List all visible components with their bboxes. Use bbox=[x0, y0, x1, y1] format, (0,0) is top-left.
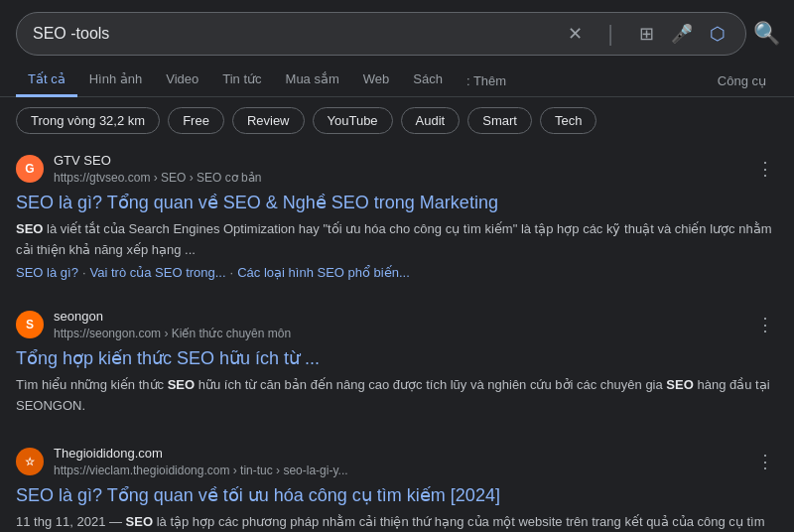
result-snippet: 11 thg 11, 2021 — SEO là tập hợp các phư… bbox=[16, 512, 778, 532]
site-name: Thegioididong.com bbox=[54, 445, 742, 463]
result-item: G GTV SEO https://gtvseo.com › SEO › SEO… bbox=[16, 152, 778, 280]
result-item: ☆ Thegioididong.com https://vieclam.theg… bbox=[16, 445, 778, 532]
search-query-text: SEO -tools bbox=[33, 25, 563, 43]
site-url: https://seongon.com › Kiến thức chuyên m… bbox=[54, 326, 742, 342]
filter-chip-location[interactable]: Trong vòng 32,2 km bbox=[16, 107, 160, 134]
result-header: S seongon https://seongon.com › Kiến thứ… bbox=[16, 308, 778, 342]
link-separator: · bbox=[230, 265, 234, 280]
filter-chip-youtube[interactable]: YouTube bbox=[313, 107, 393, 134]
result-item: S seongon https://seongon.com › Kiến thứ… bbox=[16, 308, 778, 417]
filter-chip-free[interactable]: Free bbox=[168, 107, 224, 134]
result-menu-icon[interactable]: ⋮ bbox=[752, 310, 778, 339]
tab-images[interactable]: Hình ảnh bbox=[77, 64, 155, 97]
result-title[interactable]: SEO là gì? Tổng quan về tối ưu hóa công … bbox=[16, 483, 778, 508]
search-bar[interactable]: SEO -tools ✕ | ⊞ 🎤 ⬡ bbox=[16, 12, 746, 56]
mic-icon[interactable]: 🎤 bbox=[670, 22, 694, 46]
search-bar-container: SEO -tools ✕ | ⊞ 🎤 ⬡ 🔍 bbox=[0, 0, 794, 56]
filter-chip-audit[interactable]: Audit bbox=[401, 107, 461, 134]
site-favicon: S bbox=[16, 311, 44, 338]
result-header: ☆ Thegioididong.com https://vieclam.theg… bbox=[16, 445, 778, 479]
snippet-text: SEO là viết tắt của Search Engines Optim… bbox=[16, 221, 771, 257]
result-sub-link[interactable]: Vai trò của SEO trong... bbox=[90, 265, 226, 280]
site-name: seongon bbox=[54, 308, 742, 326]
search-submit-icon[interactable]: 🔍 bbox=[754, 22, 778, 46]
filter-chips: Trong vòng 32,2 km Free Review YouTube A… bbox=[0, 97, 794, 144]
result-links: SEO là gì? · Vai trò của SEO trong... · … bbox=[16, 265, 778, 280]
filter-chip-review[interactable]: Review bbox=[232, 107, 305, 134]
snippet-text: Tìm hiểu những kiến thức SEO hữu ích từ … bbox=[16, 377, 770, 413]
tab-more-label: : Thêm bbox=[466, 73, 506, 88]
site-favicon: ☆ bbox=[16, 448, 44, 475]
result-menu-icon[interactable]: ⋮ bbox=[752, 154, 778, 184]
tab-more[interactable]: : Thêm bbox=[455, 66, 518, 96]
result-title[interactable]: SEO là gì? Tổng quan về SEO & Nghề SEO t… bbox=[16, 191, 778, 215]
divider: | bbox=[598, 22, 622, 46]
snippet-text: 11 thg 11, 2021 — SEO là tập hợp các phư… bbox=[16, 514, 765, 532]
result-snippet: SEO là viết tắt của Search Engines Optim… bbox=[16, 219, 778, 261]
tab-books[interactable]: Sách bbox=[401, 64, 455, 97]
nav-tabs: Tất cả Hình ảnh Video Tin tức Mua sắm We… bbox=[0, 56, 794, 97]
clear-search-icon[interactable]: ✕ bbox=[563, 22, 587, 46]
site-url: https://gtvseo.com › SEO › SEO cơ bản bbox=[54, 170, 742, 187]
link-separator: · bbox=[82, 265, 86, 280]
tab-shopping[interactable]: Mua sắm bbox=[274, 64, 351, 97]
result-sub-link[interactable]: SEO là gì? bbox=[16, 265, 78, 280]
filter-chip-tech[interactable]: Tech bbox=[540, 107, 596, 134]
tab-web[interactable]: Web bbox=[351, 64, 402, 97]
search-results: G GTV SEO https://gtvseo.com › SEO › SEO… bbox=[0, 144, 794, 532]
tab-all[interactable]: Tất cả bbox=[16, 64, 77, 97]
filter-chip-smart[interactable]: Smart bbox=[467, 107, 532, 134]
site-url: https://vieclam.thegioididong.com › tin-… bbox=[54, 463, 742, 479]
site-info: GTV SEO https://gtvseo.com › SEO › SEO c… bbox=[54, 152, 742, 187]
site-name: GTV SEO bbox=[54, 152, 742, 170]
site-favicon: G bbox=[16, 155, 44, 183]
image-search-icon[interactable]: ⊞ bbox=[634, 22, 658, 46]
tab-news[interactable]: Tin tức bbox=[210, 64, 273, 97]
site-info: Thegioididong.com https://vieclam.thegio… bbox=[54, 445, 742, 479]
result-sub-link[interactable]: Các loại hình SEO phổ biến... bbox=[237, 265, 410, 280]
tools-button[interactable]: Công cụ bbox=[706, 66, 778, 96]
site-info: seongon https://seongon.com › Kiến thức … bbox=[54, 308, 742, 342]
result-title[interactable]: Tổng hợp kiến thức SEO hữu ích từ ... bbox=[16, 346, 778, 371]
result-snippet: Tìm hiểu những kiến thức SEO hữu ích từ … bbox=[16, 375, 778, 417]
search-bar-icons: ✕ | ⊞ 🎤 ⬡ bbox=[563, 22, 729, 46]
result-header: G GTV SEO https://gtvseo.com › SEO › SEO… bbox=[16, 152, 778, 187]
lens-search-icon[interactable]: ⬡ bbox=[706, 22, 729, 46]
tab-video[interactable]: Video bbox=[154, 64, 210, 97]
result-menu-icon[interactable]: ⋮ bbox=[752, 447, 778, 476]
